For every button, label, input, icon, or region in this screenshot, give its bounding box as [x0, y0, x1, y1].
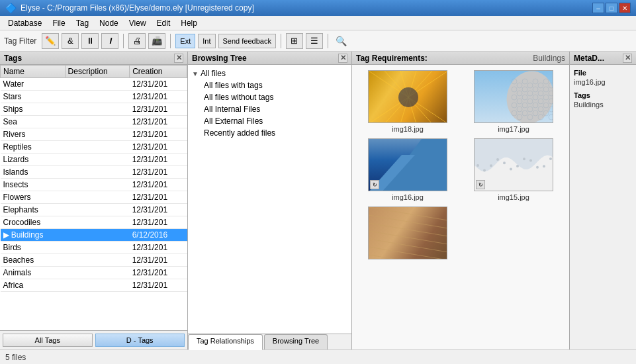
tree-internal-files[interactable]: All Internal Files	[191, 103, 349, 115]
table-row[interactable]: Islands12/31/201	[1, 166, 187, 179]
tree-content[interactable]: ▼ All files All files with tags All file…	[188, 65, 351, 334]
tree-files-with-tags-label: All files with tags	[204, 81, 263, 90]
col-name[interactable]: Name	[1, 66, 66, 78]
table-row[interactable]: Stars12/31/201	[1, 91, 187, 103]
menu-file[interactable]: File	[47, 17, 70, 29]
toolbar-search-btn[interactable]: 🔍	[333, 33, 350, 49]
table-row[interactable]: Crocodiles12/31/201	[1, 216, 187, 229]
tag-name-cell: Beaches	[1, 254, 66, 267]
tree-recently-added-label: Recently added files	[204, 128, 275, 138]
image-canvas-partial	[369, 207, 447, 259]
table-row[interactable]: Lizards12/31/201	[1, 154, 187, 166]
tags-data-table: Name Description Creation Water12/31/201…	[0, 65, 187, 292]
tab-browsing-tree[interactable]: Browsing Tree	[264, 334, 328, 349]
tree-all-files-label: All files	[201, 69, 226, 78]
image-icon-img16[interactable]: ↻	[370, 180, 379, 189]
col-desc[interactable]: Description	[65, 66, 130, 78]
toolbar-info-btn[interactable]: 𝙄	[101, 33, 118, 49]
tab-tag-relationships[interactable]: Tag Relationships	[188, 334, 263, 350]
table-row[interactable]: Rivers12/31/201	[1, 128, 187, 141]
image-thumb-img16[interactable]: ↻	[368, 138, 447, 191]
tag-desc-cell	[65, 141, 130, 154]
browsing-panel-title: Browsing Tree	[192, 54, 247, 63]
tree-external-files-label: All External Files	[204, 116, 263, 126]
table-row[interactable]: Birds12/31/201	[1, 242, 187, 254]
menu-view[interactable]: View	[124, 17, 152, 29]
toolbar-print-btn[interactable]: 🖨	[128, 33, 146, 49]
tag-name-cell: Birds	[1, 242, 66, 254]
table-row[interactable]: Elephants12/31/201	[1, 204, 187, 216]
image-thumb-img18[interactable]	[368, 70, 447, 123]
image-label-img17: img17.jpg	[498, 125, 529, 133]
image-item-partial	[357, 206, 458, 259]
menu-help[interactable]: Help	[175, 17, 203, 29]
table-row[interactable]: Flowers12/31/201	[1, 191, 187, 204]
menu-node[interactable]: Node	[94, 17, 124, 29]
status-text: 5 files	[5, 353, 26, 362]
minimize-button[interactable]: –	[592, 3, 604, 13]
image-icon-img15[interactable]: ↻	[476, 180, 485, 189]
tree-all-files[interactable]: ▼ All files	[191, 68, 349, 79]
table-row[interactable]: Ships12/31/201	[1, 103, 187, 116]
all-tags-btn[interactable]: All Tags	[3, 334, 93, 347]
menu-bar: Database File Tag Node View Edit Help	[0, 16, 636, 30]
app-icon: 🔷	[5, 3, 17, 13]
d-tags-btn[interactable]: D - Tags	[95, 334, 185, 347]
close-button[interactable]: ✕	[619, 3, 631, 13]
toolbar-pause-btn[interactable]: ⏸	[81, 33, 99, 49]
meta-tags-value: Buildings	[574, 101, 632, 109]
maximize-button[interactable]: □	[606, 3, 617, 13]
toolbar-list-btn[interactable]: ☰	[306, 33, 323, 49]
table-row[interactable]: Buildings6/12/2016	[1, 229, 187, 242]
tag-name-cell: Stars	[1, 91, 66, 103]
tag-date-cell: 12/31/201	[130, 216, 187, 229]
menu-edit[interactable]: Edit	[152, 17, 176, 29]
toolbar-and-btn[interactable]: &	[62, 33, 79, 49]
middle-panel: Browsing Tree ✕ ▼ All files All files wi…	[188, 52, 352, 349]
browsing-panel-close[interactable]: ✕	[338, 54, 347, 63]
tags-panel-header: Tags ✕	[0, 52, 187, 65]
table-row[interactable]: Water12/31/201	[1, 78, 187, 91]
table-row[interactable]: Sea12/31/201	[1, 116, 187, 128]
toolbar: Tag Filter ✏️ & ⏸ 𝙄 🖨 📠 Ext Int Send fee…	[0, 30, 636, 52]
image-thumb-img17[interactable]	[474, 70, 553, 123]
window-title: Elyse - C:/Program Files (x86)/Elyse/dem…	[21, 3, 254, 13]
col-creation[interactable]: Creation	[130, 66, 187, 78]
meta-file-label: File	[574, 69, 632, 77]
meta-panel-close[interactable]: ✕	[623, 54, 632, 63]
toolbar-int-btn[interactable]: Int	[198, 34, 215, 48]
menu-tag[interactable]: Tag	[71, 17, 94, 29]
table-row[interactable]: Beaches12/31/201	[1, 254, 187, 267]
image-thumb-partial[interactable]	[368, 206, 447, 259]
images-grid[interactable]: img18.jpg img17.jpg ↻ img16.jpg	[352, 65, 569, 349]
toolbar-separator3	[281, 34, 281, 48]
tag-name-cell: Reptiles	[1, 141, 66, 154]
menu-database[interactable]: Database	[3, 17, 47, 29]
table-row[interactable]: Africa12/31/201	[1, 279, 187, 292]
table-row[interactable]: Animals12/31/201	[1, 267, 187, 279]
tag-name-cell: Water	[1, 78, 66, 91]
image-thumb-img15[interactable]: ↻	[474, 138, 553, 191]
image-canvas-img16	[369, 139, 447, 191]
tag-name-cell: Ships	[1, 103, 66, 116]
toolbar-feedback-btn[interactable]: Send feedback	[218, 34, 276, 48]
tag-date-cell: 12/31/201	[130, 242, 187, 254]
tree-files-with-tags[interactable]: All files with tags	[191, 79, 349, 91]
toolbar-grid-btn[interactable]: ⊞	[286, 33, 303, 49]
tag-desc-cell	[65, 166, 130, 179]
toolbar-pen-btn[interactable]: ✏️	[42, 33, 59, 49]
tags-table[interactable]: Name Description Creation Water12/31/201…	[0, 65, 187, 330]
toolbar-ext-btn[interactable]: Ext	[175, 34, 195, 48]
status-bar: 5 files	[0, 349, 636, 364]
table-row[interactable]: Reptiles12/31/201	[1, 141, 187, 154]
tree-external-files[interactable]: All External Files	[191, 115, 349, 127]
tree-recently-added[interactable]: Recently added files	[191, 127, 349, 139]
meta-tags-label: Tags	[574, 91, 632, 99]
tags-panel-close[interactable]: ✕	[174, 54, 183, 63]
image-item-img15: ↻ img15.jpg	[463, 138, 564, 201]
table-row[interactable]: Insects12/31/201	[1, 179, 187, 191]
toolbar-print2-btn[interactable]: 📠	[148, 33, 165, 49]
tree-internal-files-label: All Internal Files	[204, 105, 260, 114]
meta-panel-title: MetaD...	[574, 54, 604, 63]
tree-files-without-tags[interactable]: All files without tags	[191, 91, 349, 103]
